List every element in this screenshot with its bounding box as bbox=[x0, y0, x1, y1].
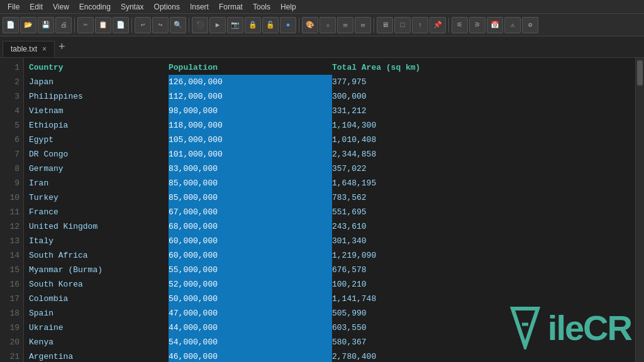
table-row[interactable]: France 67,000,000 551,695 bbox=[24, 205, 635, 219]
menu-syntax[interactable]: Syntax bbox=[116, 3, 149, 11]
pin-button[interactable]: 📌 bbox=[430, 17, 446, 33]
settings-button[interactable]: ⚙ bbox=[522, 17, 538, 33]
cell-area: 783,562 bbox=[332, 190, 521, 205]
col2-button[interactable]: ⚞ bbox=[469, 17, 486, 33]
warning-button[interactable]: ⚠ bbox=[504, 17, 521, 33]
line-num-17: 17 bbox=[0, 292, 19, 306]
menu-insert[interactable]: Insert bbox=[185, 3, 214, 11]
line-num-13: 13 bbox=[0, 234, 19, 248]
snap-button[interactable]: 📷 bbox=[227, 17, 243, 33]
cell-country: Argentina bbox=[24, 349, 169, 362]
lock-button[interactable]: 🔒 bbox=[245, 17, 261, 33]
cell-population: 47,000,000 bbox=[169, 306, 332, 321]
menu-tools[interactable]: Tools bbox=[248, 3, 275, 11]
tab-close-button[interactable]: × bbox=[42, 45, 47, 53]
cell-country: Egypt bbox=[24, 133, 169, 147]
separator-2 bbox=[131, 18, 132, 33]
table-row[interactable]: United Kingdom 68,000,000 243,610 bbox=[24, 219, 635, 234]
color-picker-button[interactable]: 🎨 bbox=[302, 17, 318, 33]
macro-play-button[interactable]: ▶ bbox=[209, 17, 226, 33]
cell-population: 67,000,000 bbox=[169, 205, 332, 219]
scrollbar-thumb[interactable] bbox=[637, 60, 643, 85]
table-row[interactable]: Germany 83,000,000 357,022 bbox=[24, 162, 635, 176]
table-row[interactable]: Myanmar (Burma) 55,000,000 676,578 bbox=[24, 263, 635, 277]
cell-country: Turkey bbox=[24, 190, 169, 205]
table-row[interactable]: Italy 60,000,000 301,340 bbox=[24, 234, 635, 248]
cell-population: 68,000,000 bbox=[169, 219, 332, 234]
menu-format[interactable]: Format bbox=[214, 3, 248, 11]
separator-1 bbox=[74, 18, 75, 33]
cell-country: Japan bbox=[24, 75, 169, 89]
highlight-button[interactable]: ● bbox=[280, 17, 296, 33]
cut-button[interactable]: ✂ bbox=[77, 17, 94, 33]
paste-button[interactable]: 📄 bbox=[113, 17, 129, 33]
filter-button[interactable]: ⬦ bbox=[319, 17, 336, 33]
block-button[interactable]: □ bbox=[394, 17, 411, 33]
print-button[interactable]: 🖨 bbox=[55, 17, 72, 33]
cell-area: 2,344,858 bbox=[332, 147, 521, 162]
editor: 1 2 3 4 5 6 7 8 9 10 11 12 13 14 15 16 1… bbox=[0, 58, 644, 362]
cell-area: 357,022 bbox=[332, 162, 521, 176]
cell-area: 243,610 bbox=[332, 219, 521, 234]
calendar-button[interactable]: 📅 bbox=[487, 17, 503, 33]
find-button[interactable]: 🔍 bbox=[170, 17, 186, 33]
table-row[interactable]: Iran 85,000,000 1,648,195 bbox=[24, 176, 635, 190]
tab-table-txt[interactable]: table.txt × bbox=[3, 41, 55, 57]
save-button[interactable]: 💾 bbox=[38, 17, 54, 33]
menu-view[interactable]: View bbox=[48, 3, 74, 11]
table-row[interactable]: Colombia 50,000,000 1,141,748 bbox=[24, 292, 635, 306]
cell-population: 101,000,000 bbox=[169, 147, 332, 162]
table-row[interactable]: Turkey 85,000,000 783,562 bbox=[24, 190, 635, 205]
table-row[interactable]: Ethiopia 118,000,000 1,104,300 bbox=[24, 118, 635, 133]
mail2-button[interactable]: ✉ bbox=[355, 17, 371, 33]
table-row[interactable]: DR Congo 101,000,000 2,344,858 bbox=[24, 147, 635, 162]
menu-edit[interactable]: Edit bbox=[25, 3, 48, 11]
new-file-button[interactable]: 📄 bbox=[3, 17, 19, 33]
col-button[interactable]: ⚟ bbox=[452, 17, 468, 33]
separator-4 bbox=[299, 18, 299, 33]
copy-button[interactable]: 📋 bbox=[95, 17, 111, 33]
table-row[interactable]: Ukraine 44,000,000 603,550 bbox=[24, 321, 635, 335]
table-row[interactable]: Spain 47,000,000 505,990 bbox=[24, 306, 635, 321]
line-num-15: 15 bbox=[0, 263, 19, 277]
menu-file[interactable]: File bbox=[3, 3, 25, 11]
table-row[interactable]: Vietnam 98,000,000 331,212 bbox=[24, 104, 635, 118]
cell-area: 331,212 bbox=[332, 104, 521, 118]
cell-area: 1,010,408 bbox=[332, 133, 521, 147]
new-tab-button[interactable]: + bbox=[55, 41, 69, 53]
macro-record-button[interactable]: ⚫ bbox=[192, 17, 208, 33]
open-file-button[interactable]: 📂 bbox=[20, 17, 36, 33]
table-row[interactable]: South Korea 52,000,000 100,210 bbox=[24, 277, 635, 292]
cell-population: 54,000,000 bbox=[169, 335, 332, 349]
cell-area: 300,000 bbox=[332, 89, 521, 104]
table-row[interactable]: South Africa 60,000,000 1,219,090 bbox=[24, 248, 635, 263]
line-num-6: 6 bbox=[0, 133, 19, 147]
vertical-scrollbar[interactable] bbox=[635, 58, 644, 362]
table-row[interactable]: Japan 126,000,000 377,975 bbox=[24, 75, 635, 89]
table-row[interactable]: Argentina 46,000,000 2,780,400 bbox=[24, 349, 635, 362]
redo-button[interactable]: ↪ bbox=[152, 17, 169, 33]
upload-button[interactable]: ↑ bbox=[412, 17, 428, 33]
cell-population: 55,000,000 bbox=[169, 263, 332, 277]
line-num-8: 8 bbox=[0, 162, 19, 176]
content-area[interactable]: Country Population Total Area (sq km) Ja… bbox=[24, 58, 635, 362]
separator-5 bbox=[374, 18, 374, 33]
table-row[interactable]: Kenya 54,000,000 580,367 bbox=[24, 335, 635, 349]
cell-population: 50,000,000 bbox=[169, 292, 332, 306]
table-row[interactable]: Egypt 105,000,000 1,010,408 bbox=[24, 133, 635, 147]
toolbar: 📄 📂 💾 🖨 ✂ 📋 📄 ↩ ↪ 🔍 ⚫ ▶ 📷 🔒 🔓 ● 🎨 ⬦ ✉ ✉ … bbox=[0, 14, 644, 36]
cell-area: 1,219,090 bbox=[332, 248, 521, 263]
table-row[interactable]: Philippines 112,000,000 300,000 bbox=[24, 89, 635, 104]
line-num-11: 11 bbox=[0, 205, 19, 219]
monitor-button[interactable]: 🖥 bbox=[377, 17, 393, 33]
menu-encoding[interactable]: Encoding bbox=[74, 3, 116, 11]
unlock-button[interactable]: 🔓 bbox=[262, 17, 279, 33]
cell-population: 98,000,000 bbox=[169, 104, 332, 118]
cell-country: Vietnam bbox=[24, 104, 169, 118]
undo-button[interactable]: ↩ bbox=[135, 17, 151, 33]
line-num-18: 18 bbox=[0, 306, 19, 321]
menu-help[interactable]: Help bbox=[275, 3, 301, 11]
mail-button[interactable]: ✉ bbox=[337, 17, 353, 33]
menu-options[interactable]: Options bbox=[149, 3, 185, 11]
cell-population: 118,000,000 bbox=[169, 118, 332, 133]
